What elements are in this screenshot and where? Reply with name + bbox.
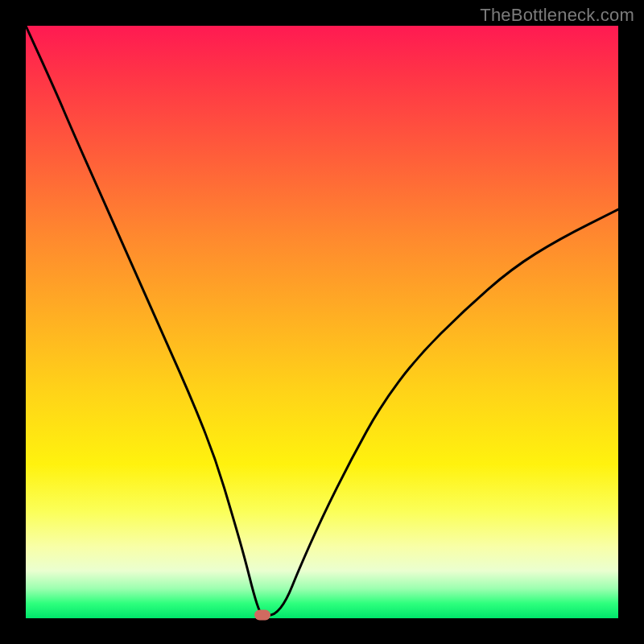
plot-area <box>26 26 618 618</box>
minimum-marker <box>254 610 270 621</box>
attribution-text: TheBottleneck.com <box>480 5 634 26</box>
chart-frame: TheBottleneck.com <box>0 0 644 644</box>
bottleneck-curve <box>26 26 618 615</box>
curve-svg <box>26 26 618 618</box>
